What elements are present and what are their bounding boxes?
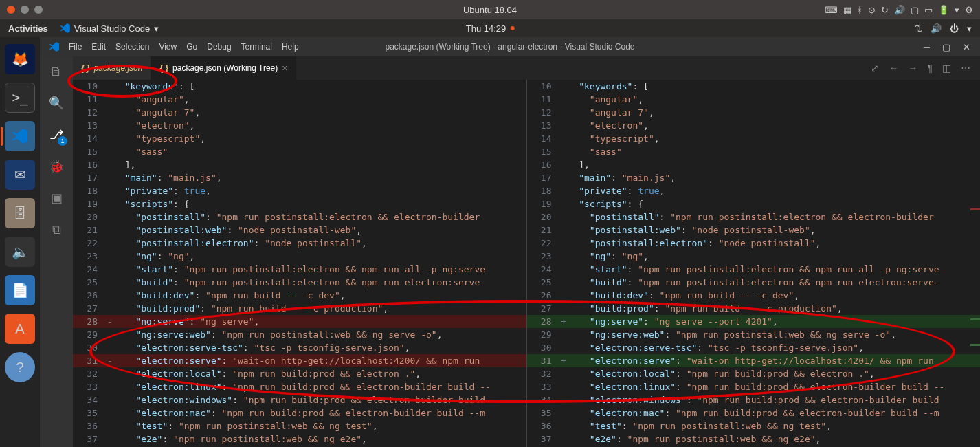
- code-line[interactable]: 22 "postinstall:electron": "node postins…: [527, 237, 981, 250]
- code-line[interactable]: 16 ],: [527, 158, 981, 171]
- code-line[interactable]: 10 "keywords": [: [73, 80, 526, 93]
- maximize-icon[interactable]: ▢: [942, 42, 950, 52]
- code-line[interactable]: 36 "test": "npm run postinstall:web && n…: [73, 419, 526, 433]
- dock-software[interactable]: A: [5, 314, 35, 344]
- grid-icon[interactable]: ▦: [843, 5, 851, 15]
- dock-libreoffice[interactable]: 📄: [5, 275, 35, 305]
- battery-icon[interactable]: 🔋: [938, 5, 949, 15]
- source-control-icon[interactable]: ⎇1: [47, 125, 66, 144]
- menu-debug[interactable]: Debug: [207, 42, 231, 52]
- overview-ruler[interactable]: [970, 80, 980, 447]
- code-line[interactable]: 17 "main": "main.js",: [73, 171, 526, 184]
- clock[interactable]: Thu 14:29: [466, 23, 515, 34]
- activities-button[interactable]: Activities: [8, 23, 48, 34]
- code-line[interactable]: 24 "start": "npm run postinstall:electro…: [73, 263, 526, 276]
- system-menu[interactable]: ⇅ 🔊 ⏻ ▾: [915, 23, 972, 34]
- menu-selection[interactable]: Selection: [115, 42, 149, 52]
- code-line[interactable]: 13 "electron",: [527, 119, 981, 132]
- code-line[interactable]: 19 "scripts": {: [527, 197, 981, 210]
- code-line[interactable]: 28- "ng:serve": "ng serve",: [73, 315, 526, 328]
- keyboard-icon[interactable]: ⌨: [825, 5, 838, 15]
- code-line[interactable]: 12 "angular 7",: [527, 106, 981, 119]
- dock-vscode[interactable]: [5, 121, 35, 151]
- dock-terminal[interactable]: >_: [5, 83, 35, 113]
- code-line[interactable]: 34 "electron:windows": "npm run build:pr…: [527, 393, 981, 406]
- code-line[interactable]: 31+ "electron:serve": "wait-on http-get:…: [527, 354, 981, 367]
- code-line[interactable]: 11 "angular",: [527, 93, 981, 106]
- code-line[interactable]: 32 "electron:local": "npm run build:prod…: [73, 367, 526, 380]
- search-icon[interactable]: 🔍: [47, 94, 66, 113]
- code-line[interactable]: 21 "postinstall:web": "node postinstall-…: [73, 224, 526, 237]
- code-line[interactable]: 13 "electron",: [73, 119, 526, 132]
- dock-files[interactable]: 🗄: [5, 198, 35, 228]
- code-line[interactable]: 33 "electron:linux": "npm run build:prod…: [73, 380, 526, 393]
- code-line[interactable]: 33 "electron:linux": "npm run build:prod…: [527, 380, 981, 393]
- minimize-window-button[interactable]: [21, 6, 29, 14]
- explorer-icon[interactable]: 🗎: [47, 62, 66, 81]
- code-line[interactable]: 12 "angular 7",: [73, 106, 526, 119]
- code-line[interactable]: 22 "postinstall:electron": "node postins…: [73, 237, 526, 250]
- code-line[interactable]: 18 "private": true,: [73, 184, 526, 197]
- code-line[interactable]: 26 "build:dev": "npm run build -- -c dev…: [73, 289, 526, 302]
- diff-original-pane[interactable]: 10 "keywords": [11 "angular",12 "angular…: [73, 80, 526, 447]
- code-line[interactable]: 30 "electron:serve-tsc": "tsc -p tsconfi…: [73, 341, 526, 354]
- nav-back-icon[interactable]: ←: [889, 63, 898, 74]
- code-line[interactable]: 14 "typescript",: [73, 132, 526, 145]
- display-icon[interactable]: ▢: [911, 5, 919, 15]
- code-line[interactable]: 29 "ng:serve:web": "npm run postinstall:…: [527, 328, 981, 341]
- code-line[interactable]: 37 "e2e": "npm run postinstall:web && ng…: [73, 433, 526, 446]
- whitespace-icon[interactable]: ¶: [927, 63, 933, 74]
- active-app-menu[interactable]: Visual Studio Code ▾: [60, 23, 159, 34]
- code-line[interactable]: 25 "build": "npm run postinstall:electro…: [527, 276, 981, 289]
- diff-modified-pane[interactable]: 10 "keywords": [11 "angular",12 "angular…: [527, 80, 981, 447]
- code-line[interactable]: 29 "ng:serve:web": "npm run postinstall:…: [73, 328, 526, 341]
- code-line[interactable]: 18 "private": true,: [527, 184, 981, 197]
- code-line[interactable]: 10 "keywords": [: [527, 80, 981, 93]
- close-icon[interactable]: ×: [282, 63, 287, 74]
- dock-thunderbird[interactable]: ✉: [5, 160, 35, 190]
- code-line[interactable]: 14 "typescript",: [527, 132, 981, 145]
- code-line[interactable]: 35 "electron:mac": "npm run build:prod &…: [527, 406, 981, 419]
- code-line[interactable]: 36 "test": "npm run postinstall:web && n…: [527, 419, 981, 433]
- dock-rhythmbox[interactable]: 🔈: [5, 237, 35, 267]
- code-line[interactable]: 31- "electron:serve": "wait-on http-get:…: [73, 354, 526, 367]
- code-line[interactable]: 23 "ng": "ng",: [73, 250, 526, 263]
- volume-icon[interactable]: 🔊: [894, 5, 905, 15]
- bluetooth-icon[interactable]: ᚼ: [857, 5, 862, 15]
- menu-view[interactable]: View: [159, 42, 177, 52]
- nav-forward-icon[interactable]: →: [908, 63, 917, 74]
- tab-1[interactable]: { }package.json (Working Tree)×: [151, 56, 296, 80]
- code-line[interactable]: 23 "ng": "ng",: [527, 250, 981, 263]
- menu-help[interactable]: Help: [282, 42, 299, 52]
- code-line[interactable]: 24 "start": "npm run postinstall:electro…: [527, 263, 981, 276]
- code-line[interactable]: 17 "main": "main.js",: [527, 171, 981, 184]
- gear-icon[interactable]: ⚙: [965, 5, 973, 15]
- code-line[interactable]: 37 "e2e": "npm run postinstall:web && ng…: [527, 433, 981, 446]
- code-line[interactable]: 11 "angular",: [73, 93, 526, 106]
- code-line[interactable]: 26 "build:dev": "npm run build -- -c dev…: [527, 289, 981, 302]
- menu-file[interactable]: File: [69, 42, 82, 52]
- code-line[interactable]: 15 "sass": [73, 145, 526, 158]
- code-line[interactable]: 28+ "ng:serve": "ng serve --port 4201",: [527, 315, 981, 328]
- code-line[interactable]: 20 "postinstall": "npm run postinstall:e…: [527, 210, 981, 224]
- open-changes-icon[interactable]: ⤢: [871, 63, 879, 74]
- more-icon[interactable]: ⋯: [961, 63, 970, 74]
- refresh-icon[interactable]: ↻: [881, 5, 889, 15]
- menu-edit[interactable]: Edit: [91, 42, 106, 52]
- code-line[interactable]: 35 "electron:mac": "npm run build:prod &…: [73, 406, 526, 419]
- close-window-button[interactable]: [7, 6, 15, 14]
- code-line[interactable]: 15 "sass": [527, 145, 981, 158]
- maximize-window-button[interactable]: [34, 6, 43, 14]
- camera-icon[interactable]: ▭: [924, 5, 933, 15]
- code-line[interactable]: 21 "postinstall:web": "node postinstall-…: [527, 224, 981, 237]
- tab-0[interactable]: { }package.json: [73, 56, 151, 80]
- code-line[interactable]: 25 "build": "npm run postinstall:electro…: [73, 276, 526, 289]
- dropdown-icon[interactable]: ⊙: [868, 5, 876, 15]
- remote-icon[interactable]: ⧉: [47, 220, 66, 239]
- code-line[interactable]: 32 "electron:local": "npm run build:prod…: [527, 367, 981, 380]
- code-line[interactable]: 34 "electron:windows": "npm run build:pr…: [73, 393, 526, 406]
- chevron-down-icon[interactable]: ▾: [955, 5, 959, 15]
- split-editor-icon[interactable]: ◫: [942, 63, 951, 74]
- code-line[interactable]: 27 "build:prod": "npm run build -- -c pr…: [527, 302, 981, 315]
- code-line[interactable]: 27 "build:prod": "npm run build -- -c pr…: [73, 302, 526, 315]
